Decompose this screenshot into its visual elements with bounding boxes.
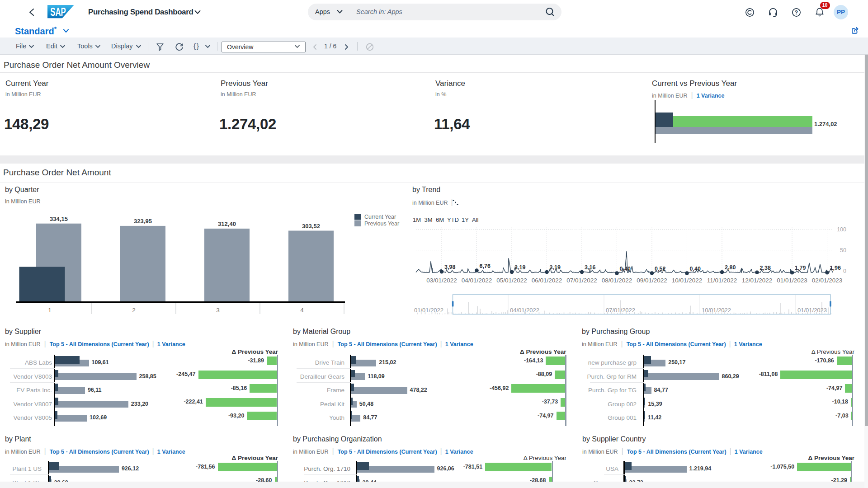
svg-text:03/01/2022: 03/01/2022 [426, 277, 457, 284]
svg-text:10/01/2022: 10/01/2022 [702, 307, 731, 314]
svg-text:3,19: 3,19 [514, 264, 525, 271]
svg-text:0,52: 0,52 [655, 266, 665, 272]
svg-text:1M: 1M [413, 216, 421, 223]
svg-text:?: ? [795, 9, 798, 16]
svg-text:04/01/2022: 04/01/2022 [462, 277, 492, 284]
svg-text:05/01/2022: 05/01/2022 [496, 277, 527, 284]
svg-text:09/01/2022: 09/01/2022 [637, 277, 667, 284]
svg-text:11/01/2022: 11/01/2022 [707, 277, 737, 284]
svg-text:3,98: 3,98 [444, 264, 455, 270]
svg-text:6M: 6M [436, 216, 444, 223]
svg-text:303,52: 303,52 [302, 223, 320, 230]
svg-text:SAP: SAP [50, 5, 66, 19]
svg-text:312,40: 312,40 [218, 221, 236, 227]
svg-text:3M: 3M [425, 216, 433, 223]
svg-text:All: All [472, 216, 479, 223]
svg-text:10/01/2022: 10/01/2022 [672, 277, 703, 284]
svg-text:07/01/2022: 07/01/2022 [566, 277, 597, 284]
svg-text:1,96: 1,96 [830, 265, 841, 271]
svg-text:01/01/2023: 01/01/2023 [797, 307, 827, 314]
svg-text:2,80: 2,80 [725, 264, 736, 271]
svg-text:Previous Year: Previous Year [364, 221, 399, 227]
svg-text:06/01/2022: 06/01/2022 [532, 277, 562, 284]
svg-text:323,95: 323,95 [134, 218, 152, 225]
svg-text:02/01/2023: 02/01/2023 [812, 277, 843, 284]
svg-text:3,19: 3,19 [550, 264, 561, 271]
svg-text:334,15: 334,15 [50, 216, 68, 222]
svg-text:01/01/2023: 01/01/2023 [777, 277, 807, 284]
svg-text:01/01/2022: 01/01/2022 [414, 307, 443, 314]
svg-text:1Y: 1Y [462, 216, 469, 223]
svg-text:04/01/2022: 04/01/2022 [510, 307, 539, 314]
svg-text:0: 0 [843, 268, 846, 274]
svg-text:0,40: 0,40 [690, 266, 701, 272]
svg-text:6,76: 6,76 [480, 263, 491, 269]
svg-text:1,79: 1,79 [795, 265, 806, 271]
svg-text:100: 100 [837, 226, 846, 233]
svg-text:3,16: 3,16 [585, 264, 595, 271]
svg-text:50: 50 [840, 247, 846, 253]
svg-text:0,40: 0,40 [620, 266, 631, 272]
svg-text:1: 1 [48, 307, 52, 314]
svg-text:08/01/2022: 08/01/2022 [602, 277, 632, 284]
svg-text:3: 3 [216, 307, 220, 314]
svg-text:07/01/2022: 07/01/2022 [606, 307, 635, 314]
svg-text:2,38: 2,38 [760, 265, 771, 271]
svg-text:YTD: YTD [447, 216, 459, 223]
svg-text:12/01/2022: 12/01/2022 [742, 277, 773, 284]
svg-text:Current Year: Current Year [364, 214, 396, 220]
svg-text:2: 2 [132, 307, 136, 314]
svg-text:4: 4 [300, 307, 304, 314]
